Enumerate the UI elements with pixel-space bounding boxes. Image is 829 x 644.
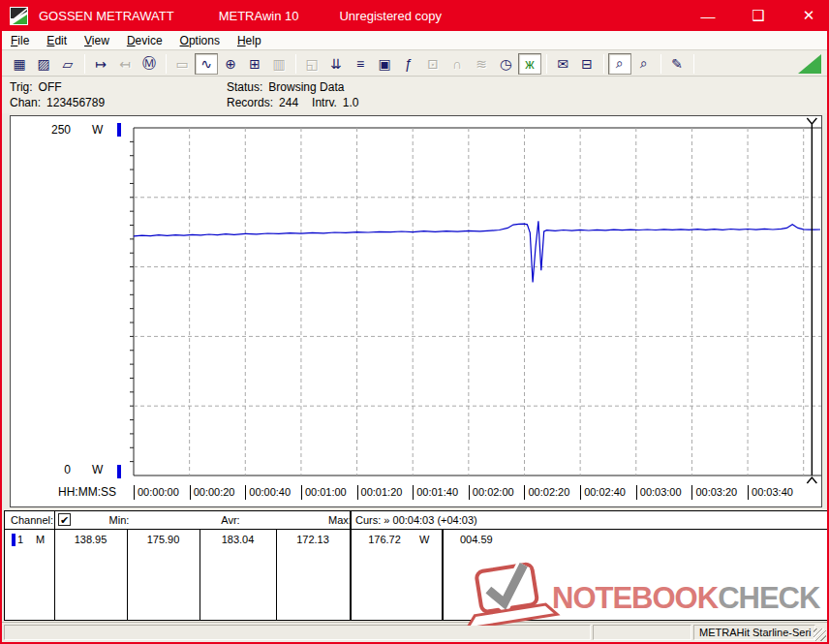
x-tick-label: 00:00:20 <box>190 485 235 500</box>
notebookcheck-watermark: NOTEBOOKCHECK <box>455 560 827 629</box>
records-status: Records:244Intrv.1.0 <box>227 95 359 110</box>
bar-graph-view-button: ▥ <box>267 53 291 75</box>
y-axis-min-label: 0 <box>49 463 71 476</box>
save-as-button[interactable]: ▨ <box>32 53 55 75</box>
table-view-button[interactable]: ⊞ <box>243 53 266 75</box>
mail-export-button[interactable]: ✉ <box>551 53 574 75</box>
status-panel: Trig:OFF Chan:123456789 Status:Browsing … <box>2 77 827 113</box>
svg-text:NOTEBOOKCHECK: NOTEBOOKCHECK <box>552 581 821 615</box>
menu-edit[interactable]: Edit <box>38 32 76 49</box>
close-button[interactable]: ✕ <box>798 7 819 24</box>
cell-channel-mode: M <box>36 532 49 547</box>
read-device-button[interactable]: ↦ <box>89 53 112 75</box>
toolbar: ▦▨▱↦↤Ⓜ▭∿⊕⊞▥◱⇊≡▣ƒ⊡∩≋◷ж✉⊟⌕⌕✎ <box>2 51 827 77</box>
save-to-device-button[interactable]: ⇊ <box>324 53 348 75</box>
device-settings-button: ⊡ <box>421 53 445 75</box>
y-axis-max-label: 250 <box>49 123 71 137</box>
x-tick-label: 00:02:20 <box>524 485 569 500</box>
menu-options[interactable]: Options <box>171 32 229 49</box>
cell-cursor-b-unit: W <box>419 532 437 547</box>
browse-status: Status:Browsing Data <box>227 79 359 95</box>
print-button[interactable]: ⊟ <box>575 53 599 75</box>
cell-channel-number: 1 <box>17 532 31 547</box>
menu-help[interactable]: Help <box>229 32 270 49</box>
menu-view[interactable]: View <box>76 32 118 49</box>
write-device-button: ↤ <box>113 53 137 75</box>
x-tick-label: 00:01:20 <box>357 485 403 500</box>
cell-cursor-a: 172.13 <box>276 532 350 547</box>
x-tick-label: 00:02:40 <box>580 485 626 500</box>
trigger-status: Trig:OFF <box>10 79 105 95</box>
title-license-status: Unregistered copy <box>339 9 442 23</box>
title-bar: GOSSEN METRAWATT METRAwin 10 Unregistere… <box>0 0 829 31</box>
channel-range-marker-bottom <box>117 465 121 478</box>
cell-extra: 004.59 <box>460 532 518 547</box>
cell-min: 138.95 <box>54 532 127 547</box>
wave-single-button: ∩ <box>445 53 469 75</box>
channel-settings-button[interactable]: ≡ <box>349 53 372 75</box>
menu-device[interactable]: Device <box>118 32 171 49</box>
memory-recall-button[interactable]: Ⓜ <box>138 53 161 75</box>
maximize-button[interactable]: ❑ <box>748 7 769 24</box>
y-axis-unit-top: W <box>92 123 103 137</box>
x-tick-label: 00:01:40 <box>413 485 458 500</box>
cell-max: 183.04 <box>200 532 276 547</box>
power-chart <box>11 116 821 506</box>
wave-multi-button: ≋ <box>470 53 493 75</box>
x-tick-label: 00:00:00 <box>134 485 179 500</box>
x-tick-label: 00:01:00 <box>301 485 347 500</box>
y-axis-unit-bottom: W <box>92 463 103 476</box>
toolbar-separator <box>546 54 547 74</box>
x-tick-label: 00:00:40 <box>245 485 291 500</box>
col-header-channel: Channel: <box>11 511 53 529</box>
cursor-handle-top <box>807 118 816 128</box>
export-window-button: ◱ <box>300 53 323 75</box>
col-header-min: Min: <box>97 511 141 529</box>
app-logo-icon <box>10 7 28 25</box>
channel-range-marker-top <box>117 123 121 137</box>
toolbar-separator <box>84 54 85 74</box>
x-axis-format-label: HH:MM:SS <box>58 485 116 499</box>
menu-bar: FileEditViewDeviceOptionsHelp <box>2 31 827 50</box>
toolbar-separator <box>295 54 296 74</box>
minimize-button[interactable]: — <box>697 8 719 24</box>
resize-grip[interactable] <box>814 629 826 641</box>
watermark-text-secondary: CHECK <box>718 581 821 615</box>
save-file-button[interactable]: ▦ <box>8 53 31 75</box>
chart-panel: 250 W 0 W HH:MM:SS 00:00:0000:00:2000:00… <box>10 115 822 507</box>
channel-status: Chan:123456789 <box>10 95 105 110</box>
annotation-note-button[interactable]: ✎ <box>665 53 689 75</box>
title-product-name: METRAwin 10 <box>219 9 299 23</box>
watermark-text-primary: NOTEBOOK <box>552 581 720 615</box>
trigger-button[interactable]: ж <box>518 53 541 75</box>
toolbar-separator <box>660 54 661 74</box>
status-triangle-indicator <box>798 54 821 74</box>
menu-file[interactable]: File <box>2 32 38 49</box>
title-app-name: GOSSEN METRAWATT <box>39 9 174 23</box>
channel-checkbox[interactable]: ✔ <box>58 513 71 526</box>
live-monitor-button[interactable]: ▣ <box>373 53 396 75</box>
lcd-display-button: ▭ <box>170 53 194 75</box>
col-header-avr: Avr: <box>208 511 253 529</box>
channel-color-marker <box>12 534 15 546</box>
open-file-button[interactable]: ▱ <box>56 53 79 75</box>
toolbar-separator <box>693 54 694 74</box>
graph-view-button[interactable]: ∿ <box>195 53 218 75</box>
x-tick-label: 00:03:20 <box>691 485 737 500</box>
zoom-lens-button[interactable]: ⌕ <box>632 53 656 75</box>
timer-clock-button[interactable]: ◷ <box>494 53 517 75</box>
laptop-check-icon <box>459 561 558 626</box>
col-header-cursor: Curs: » 00:04:03 (+04:03) <box>355 511 477 529</box>
x-tick-label: 00:03:00 <box>636 485 682 500</box>
cell-avr: 175.90 <box>127 532 200 547</box>
toolbar-separator <box>603 54 604 74</box>
x-axis-ticks: HH:MM:SS 00:00:0000:00:2000:00:4000:01:0… <box>11 481 823 505</box>
formula-fx-button[interactable]: ƒ <box>397 53 420 75</box>
cursor-crosshair-button[interactable]: ⊕ <box>219 53 242 75</box>
x-tick-label: 00:03:40 <box>748 485 793 500</box>
cell-cursor-b: 176.72 <box>350 532 419 547</box>
power-trace <box>134 221 820 282</box>
x-tick-label: 00:02:00 <box>469 485 514 500</box>
toolbar-separator <box>166 54 167 74</box>
zoom-curve-button[interactable]: ⌕ <box>608 53 631 75</box>
